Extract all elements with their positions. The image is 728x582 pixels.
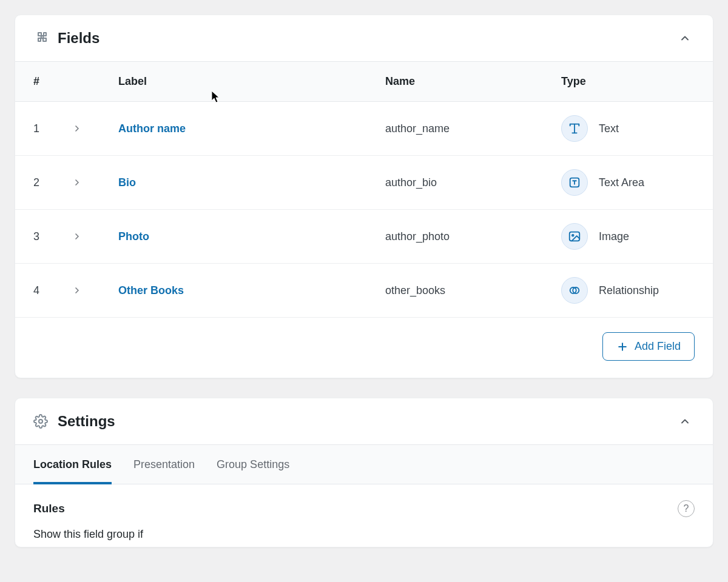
type-label: Text [599,122,619,135]
table-header-row: # Label Name Type [15,62,713,102]
tab-group-settings[interactable]: Group Settings [217,445,289,484]
field-label-link[interactable]: Other Books [118,284,184,296]
chevron-up-icon [679,415,691,428]
table-row[interactable]: 4 Other Books other_books Relationship [15,264,713,318]
chevron-right-icon [72,286,82,295]
field-label-link[interactable]: Photo [118,230,149,242]
type-cell: Image [561,223,695,250]
fields-panel-header: Fields [15,15,713,61]
field-label-link[interactable]: Author name [118,122,186,135]
settings-panel-title: Settings [58,413,115,430]
settings-collapse-button[interactable] [675,412,695,431]
field-name: author_photo [367,210,543,264]
fields-panel: Fields # Label Name Type 1 [15,15,713,378]
fields-collapse-button[interactable] [675,28,695,48]
settings-gear-icon [33,414,48,429]
col-header-num: # [15,62,70,102]
chevron-right-icon [72,232,82,241]
settings-body: Rules ? Show this field group if [15,484,713,547]
row-number: 2 [15,156,70,210]
add-field-label: Add Field [635,340,681,353]
settings-title-wrap: Settings [33,413,115,430]
tab-location-rules[interactable]: Location Rules [33,445,112,484]
svg-point-4 [572,235,574,236]
field-label-link[interactable]: Bio [118,176,136,189]
table-row[interactable]: 2 Bio author_bio Text Area [15,156,713,210]
chevron-right-icon [72,178,82,187]
text-type-icon [561,115,588,142]
relationship-type-icon [561,277,588,304]
row-number: 4 [15,264,70,318]
question-icon: ? [684,503,689,514]
col-header-label: Label [100,62,367,102]
fields-table: # Label Name Type 1 Author name author_n… [15,61,713,318]
textarea-type-icon [561,169,588,196]
type-cell: Text [561,115,695,142]
fields-puzzle-icon [33,31,48,45]
fields-title-wrap: Fields [33,30,99,47]
expand-row-button[interactable] [70,121,84,136]
image-type-icon [561,223,588,250]
col-header-name: Name [367,62,543,102]
expand-row-button[interactable] [70,229,84,244]
rules-help-button[interactable]: ? [678,500,695,517]
expand-row-button[interactable] [70,175,84,190]
chevron-right-icon [72,124,82,133]
settings-tabs: Location Rules Presentation Group Settin… [15,444,713,484]
svg-point-9 [39,420,42,423]
type-cell: Relationship [561,277,695,304]
type-label: Image [599,230,629,243]
row-number: 3 [15,210,70,264]
fields-panel-footer: Add Field [15,318,713,378]
type-label: Relationship [599,284,659,297]
tab-presentation[interactable]: Presentation [133,445,195,484]
row-number: 1 [15,102,70,156]
plus-icon [616,341,629,353]
rules-heading: Rules [33,502,65,515]
chevron-up-icon [679,32,691,45]
type-cell: Text Area [561,169,695,196]
fields-panel-title: Fields [58,30,99,47]
rules-description: Show this field group if [33,528,695,541]
settings-panel: Settings Location Rules Presentation Gro… [15,398,713,547]
add-field-button[interactable]: Add Field [602,332,695,361]
col-header-type: Type [543,62,713,102]
field-name: other_books [367,264,543,318]
col-header-expand [70,62,100,102]
table-row[interactable]: 1 Author name author_name Text [15,102,713,156]
field-name: author_bio [367,156,543,210]
expand-row-button[interactable] [70,283,84,298]
field-name: author_name [367,102,543,156]
rules-heading-row: Rules ? [33,500,695,517]
type-label: Text Area [599,176,644,189]
table-row[interactable]: 3 Photo author_photo Image [15,210,713,264]
settings-panel-header: Settings [15,398,713,444]
